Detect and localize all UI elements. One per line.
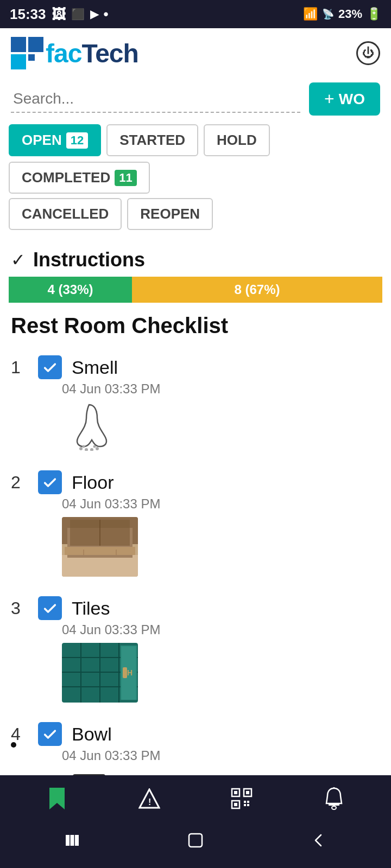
alert-nav-item[interactable]: ! xyxy=(133,785,166,812)
progress-green: 4 (33%) xyxy=(9,277,132,303)
logo: facTech xyxy=(11,37,138,69)
app-header: facTech ⏻ xyxy=(0,28,391,75)
progress-green-label: 4 (33%) xyxy=(47,282,93,297)
battery-icon: 🔋 xyxy=(367,7,381,21)
time: 15:33 xyxy=(10,6,46,23)
back-icon xyxy=(311,833,326,848)
status-bar: 15:33 🖼 ⬛ ▶ • 📶 📡 23% 🔋 xyxy=(0,0,391,28)
qr-nav-item[interactable] xyxy=(225,785,258,812)
bell-icon xyxy=(324,787,344,810)
item-3-number: 3 xyxy=(11,598,28,618)
svg-rect-49 xyxy=(66,835,70,846)
item-1-date: 04 Jun 03:33 PM xyxy=(62,381,380,397)
tiles-photo-svg: H xyxy=(62,643,138,703)
power-button[interactable]: ⏻ xyxy=(356,41,380,65)
svg-text:H: H xyxy=(127,668,133,677)
item-1-image xyxy=(62,402,380,453)
svg-rect-37 xyxy=(234,791,237,794)
tab-started[interactable]: STARTED xyxy=(106,124,198,156)
home-button[interactable] xyxy=(176,827,215,857)
item-3-date: 04 Jun 03:33 PM xyxy=(62,622,380,637)
svg-rect-1 xyxy=(28,37,43,52)
svg-rect-0 xyxy=(11,37,26,52)
dot-icon: • xyxy=(104,6,109,23)
tab-completed-badge: 11 xyxy=(115,170,136,186)
svg-rect-51 xyxy=(75,835,79,846)
svg-point-4 xyxy=(79,447,83,450)
item-2-row: 2 Floor xyxy=(11,470,380,494)
qr-icon xyxy=(231,788,253,809)
item-1-label: Smell xyxy=(72,357,118,378)
item-1-checkbox[interactable] xyxy=(38,355,62,379)
tab-hold[interactable]: HOLD xyxy=(204,124,270,156)
tab-completed[interactable]: COMPLETED 11 xyxy=(9,162,150,194)
tab-cancelled[interactable]: CANCELLED xyxy=(9,198,122,230)
smell-svg-icon xyxy=(62,402,116,451)
filter-tabs-row1: OPEN 12 STARTED HOLD COMPLETED 11 xyxy=(0,119,391,196)
tab-open[interactable]: OPEN 12 xyxy=(9,124,101,156)
instructions-title: Instructions xyxy=(33,248,145,271)
tab-open-badge: 12 xyxy=(66,132,88,149)
cast-icon: ⬛ xyxy=(71,8,85,21)
home-icon xyxy=(187,832,204,849)
status-bar-left: 15:33 🖼 ⬛ ▶ • xyxy=(10,6,109,23)
battery-text: 23% xyxy=(338,7,362,21)
add-wo-button[interactable]: + WO xyxy=(309,82,380,116)
tab-hold-label: HOLD xyxy=(217,132,257,149)
search-input[interactable] xyxy=(11,86,300,113)
svg-rect-12 xyxy=(62,555,138,577)
bottom-nav-icons: ! xyxy=(0,775,391,822)
bell-nav-item[interactable] xyxy=(318,785,350,812)
status-bar-right: 📶 📡 23% 🔋 xyxy=(303,7,381,21)
svg-point-47 xyxy=(332,806,336,809)
svg-point-5 xyxy=(85,448,88,451)
checklist-item-3: 3 Tiles 04 Jun 03:33 PM xyxy=(0,588,391,713)
tab-reopen[interactable]: REOPEN xyxy=(127,198,213,230)
item-1-row: 1 Smell xyxy=(11,355,380,379)
svg-rect-52 xyxy=(189,834,202,847)
svg-text:!: ! xyxy=(148,797,151,807)
alert-icon: ! xyxy=(138,788,160,809)
photo-icon: 🖼 xyxy=(52,6,66,23)
checklist-title: Rest Room Checklist xyxy=(0,308,391,347)
item-4-checkbox[interactable] xyxy=(38,722,62,746)
recents-icon xyxy=(65,833,80,848)
svg-rect-43 xyxy=(247,801,249,803)
item-3-label: Tiles xyxy=(72,598,110,619)
svg-rect-28 xyxy=(123,667,127,678)
svg-rect-41 xyxy=(234,803,237,806)
svg-point-8 xyxy=(83,445,85,448)
svg-rect-44 xyxy=(244,804,246,806)
recents-button[interactable] xyxy=(54,828,91,856)
search-row: + WO xyxy=(0,75,391,119)
plus-icon: + xyxy=(324,89,335,109)
svg-rect-42 xyxy=(244,801,246,803)
item-2-label: Floor xyxy=(72,472,113,493)
item-3-checkbox[interactable] xyxy=(38,596,62,620)
floor-photo-svg xyxy=(62,517,138,577)
progress-bar: 4 (33%) 8 (67%) xyxy=(9,277,382,303)
item-4-label: Bowl xyxy=(72,724,112,745)
item-2-image xyxy=(62,517,380,579)
svg-point-6 xyxy=(90,448,93,451)
item-4-number: 4 xyxy=(11,724,28,744)
tab-open-label: OPEN xyxy=(22,132,62,149)
svg-point-7 xyxy=(96,447,99,450)
back-button[interactable] xyxy=(300,828,337,856)
progress-yellow-label: 8 (67%) xyxy=(234,282,280,297)
youtube-icon: ▶ xyxy=(90,8,98,21)
item-4-date: 04 Jun 03:33 PM xyxy=(62,748,380,763)
checkmark-icon: ✓ xyxy=(11,250,26,270)
bookmark-nav-item[interactable] xyxy=(41,785,73,812)
instructions-header: ✓ Instructions xyxy=(0,238,391,277)
item-2-checkbox[interactable] xyxy=(38,470,62,494)
svg-rect-39 xyxy=(246,791,249,794)
item-4-row: 4 Bowl xyxy=(11,722,380,746)
logo-text: facTech xyxy=(46,39,138,68)
system-nav xyxy=(0,822,391,868)
tab-completed-label: COMPLETED xyxy=(22,169,110,186)
checkmark-svg-3 xyxy=(42,601,58,616)
checkmark-svg xyxy=(42,360,58,375)
tab-cancelled-label: CANCELLED xyxy=(22,206,109,222)
item-3-row: 3 Tiles xyxy=(11,596,380,620)
